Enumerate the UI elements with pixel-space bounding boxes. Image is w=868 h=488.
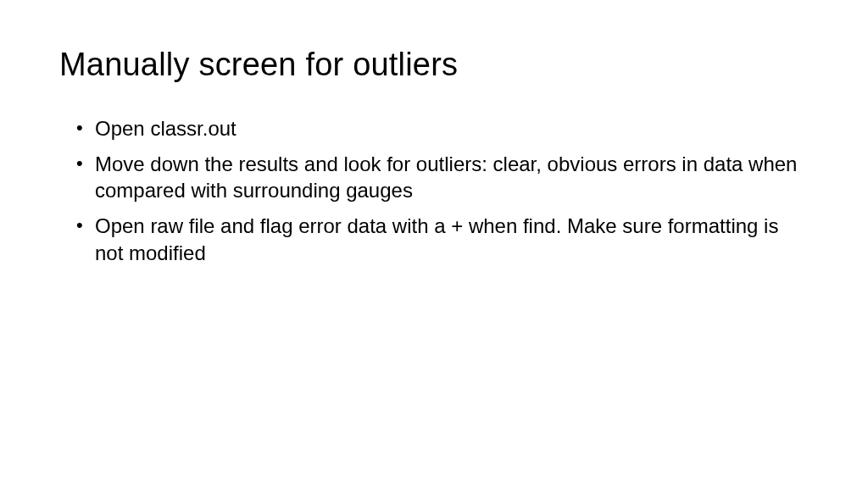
- bullet-item: Open raw file and flag error data with a…: [80, 213, 809, 266]
- bullet-item: Open classr.out: [80, 115, 809, 142]
- slide-title: Manually screen for outliers: [59, 47, 809, 83]
- bullet-list: Open classr.out Move down the results an…: [59, 115, 809, 266]
- bullet-item: Move down the results and look for outli…: [80, 151, 809, 204]
